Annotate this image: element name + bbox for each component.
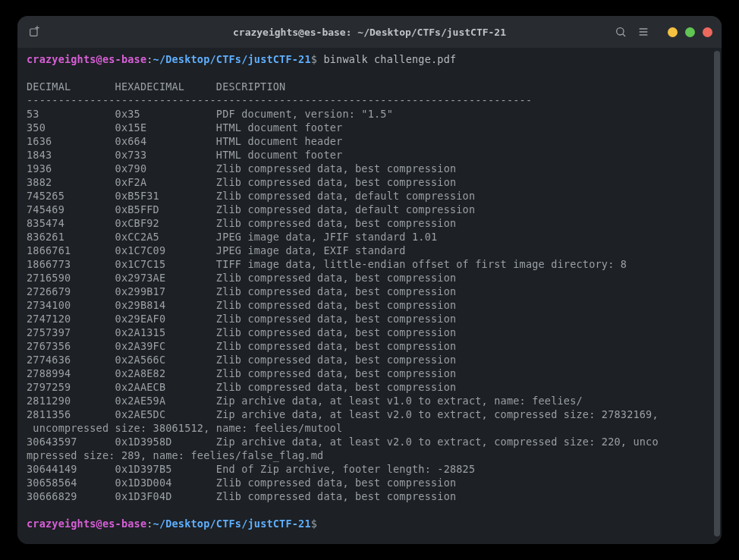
minimize-button[interactable] <box>668 27 678 37</box>
titlebar-left <box>27 24 42 39</box>
svg-line-4 <box>623 34 625 36</box>
output-row: 30666829 0x1D3F04D Zlib compressed data,… <box>27 490 456 502</box>
svg-point-3 <box>617 28 624 35</box>
output-row: 1636 0x664 HTML document header <box>27 135 342 147</box>
new-tab-icon[interactable] <box>27 24 42 39</box>
output-row: 1936 0x790 Zlib compressed data, best co… <box>27 162 456 175</box>
output-row: 2757397 0x2A1315 Zlib compressed data, b… <box>27 326 456 338</box>
output-row: 2734100 0x29B814 Zlib compressed data, b… <box>27 299 456 311</box>
scrollbar[interactable] <box>714 51 720 536</box>
output-row: 30644149 0x1D397B5 End of Zip archive, f… <box>27 463 475 475</box>
output-row: 745265 0xB5F31 Zlib compressed data, def… <box>27 190 475 202</box>
output-separator: ----------------------------------------… <box>27 94 532 106</box>
terminal-window: crazyeights@es-base: ~/Desktop/CTFs/just… <box>17 16 722 544</box>
prompt-path: ~/Desktop/CTFs/justCTF-21 <box>153 53 311 65</box>
output-row: 836261 0xCC2A5 JPEG image data, JFIF sta… <box>27 231 437 243</box>
output-row: 2797259 0x2AAECB Zlib compressed data, b… <box>27 381 456 393</box>
terminal-content: crazyeights@es-base:~/Desktop/CTFs/justC… <box>27 52 720 530</box>
output-row: 350 0x15E HTML document footer <box>27 121 342 134</box>
output-row: 30658564 0x1D3D004 Zlib compressed data,… <box>27 477 456 489</box>
output-headers: DECIMAL HEXADECIMAL DESCRIPTION <box>27 80 285 93</box>
output-row: 2716590 0x2973AE Zlib compressed data, b… <box>27 272 456 284</box>
output-row: 2767356 0x2A39FC Zlib compressed data, b… <box>27 340 456 352</box>
prompt-user: crazyeights@es-base <box>27 518 146 530</box>
output-row: 2774636 0x2A566C Zlib compressed data, b… <box>27 354 456 366</box>
svg-rect-0 <box>30 29 37 36</box>
prompt-colon: : <box>146 518 153 530</box>
output-row: 2726679 0x299B17 Zlib compressed data, b… <box>27 285 456 297</box>
command-text: binwalk challenge.pdf <box>317 53 456 65</box>
maximize-button[interactable] <box>685 27 695 37</box>
output-row: 2747120 0x29EAF0 Zlib compressed data, b… <box>27 313 456 325</box>
output-row: 1866773 0x1C7C15 TIFF image data, little… <box>27 258 627 270</box>
prompt-user: crazyeights@es-base <box>27 53 146 65</box>
prompt-dollar: $ <box>311 518 317 530</box>
window-controls <box>668 27 712 37</box>
output-row: 1843 0x733 HTML document footer <box>27 149 342 161</box>
hamburger-menu-icon[interactable] <box>637 26 649 38</box>
terminal-area[interactable]: crazyeights@es-base:~/Desktop/CTFs/justC… <box>17 48 722 544</box>
output-row: 2811356 0x2AE5DC Zip archive data, at le… <box>27 408 659 434</box>
output-row: 1866761 0x1C7C09 JPEG image data, EXIF s… <box>27 244 406 256</box>
prompt-colon: : <box>146 53 153 65</box>
titlebar: crazyeights@es-base: ~/Desktop/CTFs/just… <box>17 16 722 48</box>
output-row: 835474 0xCBF92 Zlib compressed data, bes… <box>27 217 456 229</box>
output-row: 53 0x35 PDF document, version: "1.5" <box>27 108 393 120</box>
prompt-path: ~/Desktop/CTFs/justCTF-21 <box>153 518 311 530</box>
output-row: 2788994 0x2A8E82 Zlib compressed data, b… <box>27 367 456 379</box>
output-row: 3882 0xF2A Zlib compressed data, best co… <box>27 176 456 188</box>
close-button[interactable] <box>703 27 712 37</box>
prompt-dollar: $ <box>311 53 317 65</box>
search-icon[interactable] <box>615 26 627 38</box>
titlebar-right <box>615 26 712 38</box>
output-row: 745469 0xB5FFD Zlib compressed data, def… <box>27 203 475 216</box>
output-row: 30643597 0x1D3958D Zip archive data, at … <box>27 436 659 461</box>
output-row: 2811290 0x2AE59A Zip archive data, at le… <box>27 395 583 407</box>
